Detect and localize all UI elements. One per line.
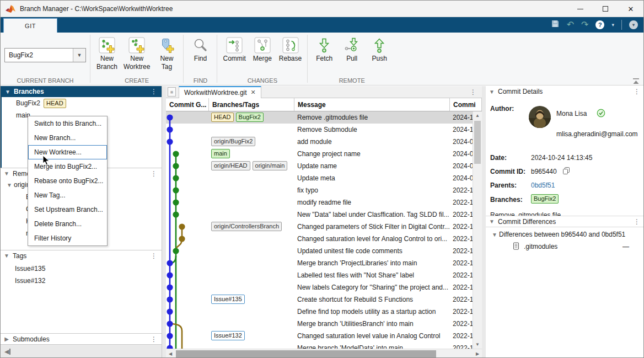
kebab-vertical-icon[interactable]: ⋮: [634, 88, 640, 95]
commit-row[interactable]: origin/ControllersBranchChanged paramete…: [166, 221, 473, 233]
column-header-1[interactable]: Commit G...: [166, 98, 209, 111]
commit-row[interactable]: origin/BugFix2add module2024-0: [166, 136, 473, 148]
menu-item-new-tag[interactable]: New Tag...: [28, 188, 107, 202]
commit-row[interactable]: Merge branch 'UtilitiesBranch' into main…: [166, 318, 473, 330]
commit-row[interactable]: Update meta2024-0: [166, 172, 473, 184]
kebab-vertical-icon[interactable]: ⋮: [151, 252, 157, 260]
undo-icon[interactable]: ↶: [567, 20, 574, 29]
commit-row[interactable]: Labelled test files with "Not Share" lab…: [166, 269, 473, 281]
tags-panel-title: Tags: [13, 252, 26, 260]
tags-panel-header[interactable]: ▼ Tags ⋮: [1, 250, 162, 261]
branch-item-bugfix2[interactable]: BugFix2HEAD: [2, 97, 162, 109]
copy-icon[interactable]: [562, 167, 570, 176]
close-icon[interactable]: ✕: [618, 1, 643, 17]
vscroll-thumb[interactable]: [474, 121, 481, 164]
tab-git[interactable]: GIT: [3, 18, 57, 33]
commit-row[interactable]: origin/HEADorigin/mainUpdate name2024-0: [166, 160, 473, 172]
column-header-4[interactable]: Commi: [450, 98, 482, 111]
scroll-left-icon[interactable]: ◀: [166, 349, 175, 358]
expand-triangle-icon[interactable]: ▶: [1, 336, 13, 342]
push-button[interactable]: Push: [368, 36, 390, 63]
scroll-down-icon[interactable]: ▼: [473, 340, 482, 349]
commit-row[interactable]: Updated unitest file code comments2022-1: [166, 245, 473, 257]
commit-row[interactable]: Define find top models utility as a star…: [166, 306, 473, 318]
commit-row[interactable]: New labels Category for "Sharing" the pr…: [166, 281, 473, 293]
toolstrip-group-changes: CommitMergeRebaseCHANGES: [217, 33, 307, 85]
pull-button[interactable]: Pull: [341, 36, 363, 63]
find-button[interactable]: Find: [189, 36, 211, 63]
collapse-triangle-icon[interactable]: ▼: [2, 89, 14, 95]
menu-item-filter-history[interactable]: Filter History: [28, 231, 107, 245]
rebase-button[interactable]: Rebase: [279, 36, 302, 63]
submodules-panel-header[interactable]: ▶ Submodules ⋮: [1, 333, 162, 345]
hscroll-thumb[interactable]: [176, 350, 436, 357]
kebab-vertical-icon[interactable]: ⋮: [151, 88, 157, 95]
document-bar-icon[interactable]: ≡: [168, 87, 176, 97]
commit-row[interactable]: Issue#132Changed saturation level value …: [166, 330, 473, 342]
collapse-triangle-icon[interactable]: ▼: [5, 182, 14, 188]
collapse-triangle-icon[interactable]: ▼: [1, 253, 13, 259]
document-tab[interactable]: WorkwithWorktree.git ✕: [179, 86, 261, 98]
fetch-button[interactable]: Fetch: [313, 36, 335, 63]
menu-item-rebase-onto-bugfix2[interactable]: Rebase onto BugFix2...: [28, 174, 107, 188]
differences-group-row[interactable]: ▼ Differences between b965440 and 0bd5f5…: [486, 228, 644, 241]
redo-icon[interactable]: ↷: [581, 20, 588, 29]
current-branch-combobox[interactable]: BugFix2 ▼: [4, 48, 86, 62]
menu-item-delete-branch[interactable]: Delete Branch...: [28, 217, 107, 231]
merge-button[interactable]: Merge: [251, 36, 273, 63]
column-header-2[interactable]: Branches/Tags: [209, 98, 294, 111]
collapse-triangle-icon[interactable]: ▼: [486, 218, 498, 225]
commit-button[interactable]: Commit: [223, 36, 245, 63]
commit-details-header[interactable]: ▼ Commit Details ⋮: [486, 86, 644, 97]
scroll-right-icon[interactable]: ▶: [473, 349, 482, 358]
commit-row[interactable]: Changed saturation level for Analog Cont…: [166, 233, 473, 245]
commit-row[interactable]: fix typo2022-1: [166, 184, 473, 196]
collapse-ribbon-icon[interactable]: [632, 77, 640, 83]
diff-file-row[interactable]: .gitmodules—: [486, 241, 644, 253]
menu-item-new-branch[interactable]: New Branch...: [28, 131, 107, 145]
caret-down-icon[interactable]: ▾: [611, 22, 614, 28]
kebab-vertical-icon[interactable]: ⋮: [470, 88, 476, 96]
chevron-down-icon[interactable]: ▼: [73, 49, 85, 62]
menu-item-merge-into-bugfix2[interactable]: Merge into BugFix2...: [28, 159, 107, 174]
menu-item-set-upstream-branch[interactable]: Set Upstream Branch...: [28, 202, 107, 217]
column-header-3[interactable]: Message: [294, 98, 450, 111]
commit-row[interactable]: Merge branch 'ProjectLibraries' into mai…: [166, 257, 473, 269]
commit-row[interactable]: HEADBugFix2Remove .gitmodules file2024-1: [166, 111, 473, 124]
collapse-triangle-icon[interactable]: ▼: [486, 89, 498, 95]
sidebar-splitter[interactable]: [162, 86, 166, 358]
collapse-pane-left-icon[interactable]: ◀: [4, 349, 10, 355]
commit-differences-header[interactable]: ▼ Commit Differences ⋮: [486, 216, 644, 227]
commit-date-cell: 2024-1: [453, 114, 473, 121]
collapse-triangle-icon[interactable]: ▼: [490, 232, 499, 238]
commit-row[interactable]: Merge branch 'ModelData' into main2022-1: [166, 342, 473, 349]
kebab-vertical-icon[interactable]: ⋮: [151, 335, 157, 343]
details-splitter[interactable]: [482, 86, 486, 358]
collapse-triangle-icon[interactable]: ▼: [1, 170, 13, 177]
tag-item[interactable]: Issue#132: [1, 275, 162, 287]
collapse-circle-icon[interactable]: ▾: [629, 20, 638, 29]
commit-row[interactable]: Issue#135Create shortcut for Rebuild S F…: [166, 293, 473, 306]
minimize-icon[interactable]: [567, 1, 593, 17]
new-tag-button[interactable]: NewTag: [155, 36, 178, 71]
maximize-icon[interactable]: [593, 1, 618, 17]
tag-item[interactable]: Issue#135: [1, 263, 162, 275]
menu-item-new-worktree[interactable]: New Worktree...: [28, 145, 107, 159]
branches-panel-header[interactable]: ▼ Branches ⋮: [1, 86, 162, 97]
vertical-scrollbar[interactable]: ▲ ▼: [473, 111, 482, 349]
help-icon[interactable]: ?: [595, 20, 604, 29]
save-icon[interactable]: [551, 19, 560, 30]
kebab-vertical-icon[interactable]: ⋮: [151, 170, 157, 178]
commit-row[interactable]: mainChange project name2024-0: [166, 148, 473, 160]
new-worktree-button[interactable]: NewWorktree: [124, 36, 150, 71]
scroll-up-icon[interactable]: ▲: [473, 111, 482, 120]
menu-item-switch-to-this-branch[interactable]: Switch to this Branch...: [28, 116, 107, 131]
horizontal-scrollbar[interactable]: ◀ ▶: [166, 349, 482, 358]
close-tab-icon[interactable]: ✕: [251, 89, 256, 96]
parent-commit-link[interactable]: 0bd5f51: [531, 181, 555, 189]
commit-row[interactable]: New "Data" label under Clasffication. Ta…: [166, 209, 473, 221]
commit-row[interactable]: Remove Submodule2024-1: [166, 124, 473, 136]
kebab-vertical-icon[interactable]: ⋮: [634, 218, 640, 226]
new-branch-button[interactable]: NewBranch: [96, 36, 118, 71]
commit-row[interactable]: modify readme file2022-1: [166, 196, 473, 209]
